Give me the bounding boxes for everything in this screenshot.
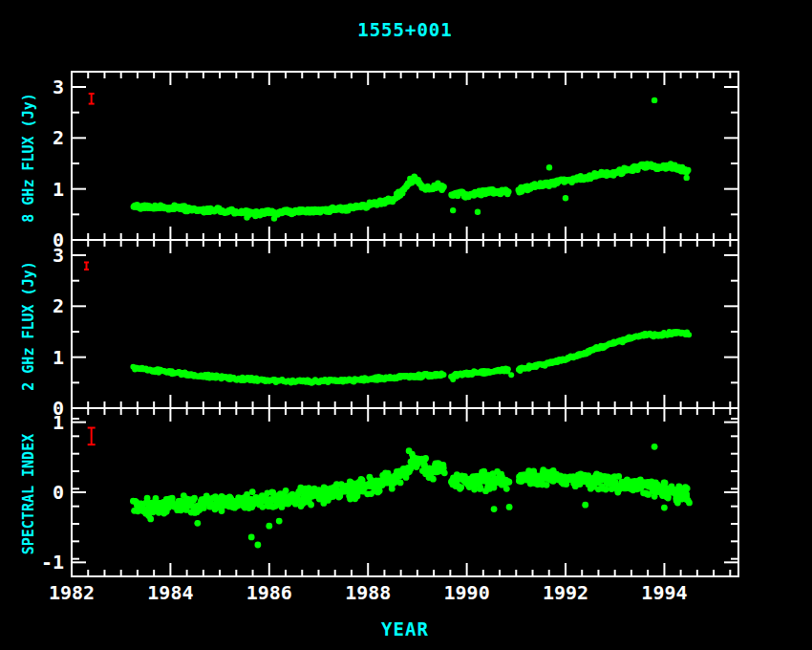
y-tick-labels-panel-2: -101 <box>41 411 64 574</box>
svg-text:2: 2 <box>53 126 64 149</box>
svg-text:1988: 1988 <box>345 581 391 604</box>
y-axis-label-spectral-index: SPECTRAL INDEX <box>19 410 38 578</box>
svg-text:1992: 1992 <box>543 581 588 604</box>
error-bar-panel-1 <box>84 262 89 269</box>
panel-frame-2 <box>72 408 738 576</box>
svg-text:1984: 1984 <box>147 581 193 604</box>
figure: 1555+001 8 GHz FLUX (Jy) 2 GHz FLUX (Jy)… <box>0 0 812 650</box>
error-bar-panel-2 <box>88 428 96 445</box>
y-axis-label-8ghz: 8 GHz FLUX (Jy) <box>19 74 38 242</box>
svg-text:1: 1 <box>53 178 64 201</box>
y-tick-labels-panel-1: 0123 <box>53 244 64 420</box>
y-axis-label-2ghz: 2 GHz FLUX (Jy) <box>19 242 38 410</box>
y-tick-labels-panel-0: 0123 <box>53 76 64 251</box>
svg-text:-1: -1 <box>41 551 64 574</box>
svg-text:1994: 1994 <box>641 581 687 604</box>
svg-text:1982: 1982 <box>49 581 95 604</box>
plot-area: 01230123-1011982198419861988199019921994 <box>0 0 812 650</box>
svg-text:1986: 1986 <box>246 581 292 604</box>
svg-text:1: 1 <box>53 346 64 369</box>
error-bar-panel-0 <box>89 94 95 104</box>
panel-frame-0 <box>72 72 738 240</box>
svg-text:1: 1 <box>53 411 64 434</box>
chart-title: 1555+001 <box>0 19 810 40</box>
svg-text:3: 3 <box>53 244 64 267</box>
series-points-panel-1 <box>130 329 692 386</box>
svg-text:3: 3 <box>53 76 64 98</box>
panel-frame-1 <box>72 240 738 408</box>
svg-text:2: 2 <box>53 294 64 317</box>
svg-text:1990: 1990 <box>444 581 490 604</box>
x-tick-labels: 1982198419861988199019921994 <box>49 581 688 604</box>
series-points-panel-2 <box>130 444 693 548</box>
svg-text:0: 0 <box>53 481 64 504</box>
series-points-panel-0 <box>131 98 692 222</box>
x-axis-label: YEAR <box>0 618 810 639</box>
